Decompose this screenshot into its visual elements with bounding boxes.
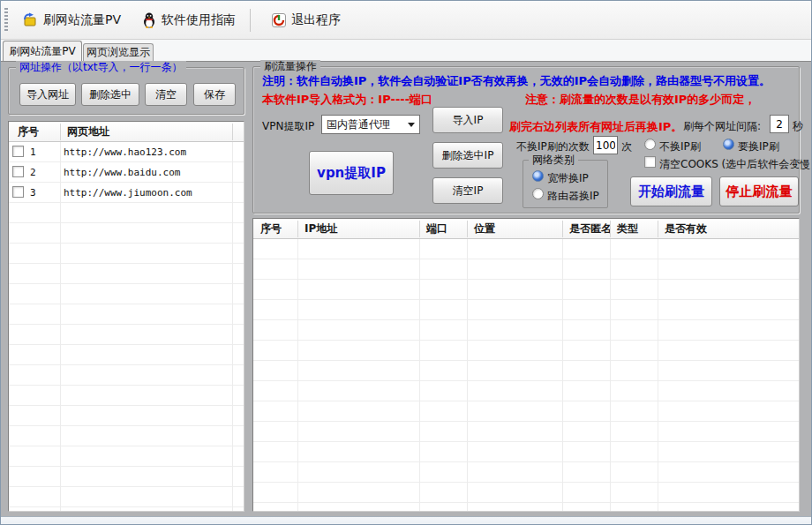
delete-selected-ip-button[interactable]: 删除选中IP <box>432 142 503 169</box>
ip-table-header-type: 类型 <box>610 219 658 239</box>
column-gridline <box>297 239 298 511</box>
url-table: 序号 网页地址 1 http://www.hao123.com 2 http:/… <box>8 121 244 512</box>
network-type-group: 网络类别 宽带换IP 路由器换IP <box>523 160 608 208</box>
vpn-extract-ip-button[interactable]: vpn提取IP <box>309 151 394 195</box>
row-url: http://www.baidu.com <box>64 162 180 183</box>
import-urls-button[interactable]: 导入网址 <box>19 83 76 106</box>
ip-table-header-port: 端口 <box>419 219 467 239</box>
stop-traffic-button[interactable]: 停止刷流量 <box>719 176 799 206</box>
url-table-row[interactable]: 3 http://www.jiumoon.com <box>9 183 244 203</box>
tab-bar: 刷网站流量PV 网页浏览显示 <box>1 40 811 61</box>
toolbar-item-label: 退出程序 <box>291 12 341 28</box>
delete-selected-urls-button[interactable]: 删除选中 <box>81 83 139 106</box>
row-url: http://www.hao123.com <box>64 142 186 162</box>
toolbar-item-guide[interactable]: 软件使用指南 <box>135 9 243 32</box>
ip-table: 序号 IP地址 端口 位置 是否匿名 类型 是否有效 <box>252 218 800 512</box>
no-switch-times-label: 不换IP刷的次数 <box>516 139 590 154</box>
ip-table-header: 序号 IP地址 端口 位置 是否匿名 类型 是否有效 <box>253 219 799 239</box>
penguin-guide-icon <box>142 12 156 28</box>
interval-unit: 秒 <box>793 119 803 134</box>
clear-cooks-label[interactable]: 清空COOKS (选中后软件会变慢) <box>659 157 812 172</box>
interval-label: 刷每个网址间隔: <box>683 119 761 134</box>
no-switch-times-unit: 次 <box>621 139 632 154</box>
note-traffic-count: 注意：刷流量的次数是以有效IP的多少而定， <box>525 92 756 108</box>
clear-ip-button[interactable]: 清空IP <box>432 177 503 204</box>
toolbar: 刷网站流量PV 软件使用指南 <box>1 1 811 40</box>
radio-no-switch-ip-label[interactable]: 不换IP刷 <box>659 139 701 154</box>
vpn-extract-ip-label: VPN提取IP <box>262 119 314 134</box>
url-table-row[interactable]: 1 http://www.hao123.com <box>9 142 244 162</box>
radio-router-label[interactable]: 路由器换IP <box>547 189 599 204</box>
url-table-header-index: 序号 <box>11 122 60 142</box>
radio-switch-ip-label[interactable]: 要换IP刷 <box>738 139 779 154</box>
proxy-type-select[interactable]: 国内普通代理 <box>321 115 420 134</box>
url-table-header: 序号 网页地址 <box>9 122 244 142</box>
no-switch-times-input[interactable] <box>593 136 618 154</box>
chevron-down-icon <box>408 123 415 127</box>
column-gridline <box>467 239 468 511</box>
column-gridline <box>610 239 611 511</box>
network-type-group-title: 网络类别 <box>529 154 578 166</box>
ip-table-header-valid: 是否有效 <box>658 219 799 239</box>
ip-table-header-ip: IP地址 <box>297 219 419 239</box>
save-urls-button[interactable]: 保存 <box>193 83 236 106</box>
clear-cooks-checkbox[interactable] <box>644 156 656 168</box>
url-table-header-address: 网页地址 <box>60 122 232 142</box>
radio-broadband-switch-ip[interactable] <box>532 170 544 182</box>
clear-urls-button[interactable]: 清空 <box>145 83 187 106</box>
proxy-type-selected-value: 国内普通代理 <box>327 117 390 132</box>
toolbar-item-label: 刷网站流量PV <box>43 12 121 28</box>
column-separator[interactable] <box>232 124 233 140</box>
exit-icon <box>272 13 286 27</box>
toolbar-item-label: 软件使用指南 <box>162 12 236 28</box>
row-checkbox[interactable] <box>12 146 24 157</box>
radio-router-switch-ip[interactable] <box>532 188 544 199</box>
tab-label: 刷网站流量PV <box>9 44 75 59</box>
column-gridline <box>419 239 420 511</box>
row-checkbox[interactable] <box>12 166 24 177</box>
traffic-refresh-icon <box>22 12 38 27</box>
column-gridline <box>562 239 563 511</box>
toolbar-item-traffic[interactable]: 刷网站流量PV <box>15 9 128 32</box>
ip-table-header-location: 位置 <box>467 219 562 239</box>
url-table-row[interactable]: 2 http://www.baidu.com <box>9 162 244 183</box>
app-window: 刷网站流量PV 软件使用指南 <box>0 0 812 525</box>
row-checkbox[interactable] <box>12 186 24 198</box>
import-ip-button[interactable]: 导入IP <box>432 107 503 133</box>
ip-table-body <box>253 239 799 511</box>
traffic-operations-group-title: 刷流量操作 <box>260 60 320 72</box>
ip-table-header-index: 序号 <box>253 219 297 239</box>
start-traffic-button[interactable]: 开始刷流量 <box>630 176 712 206</box>
row-url: http://www.jiumoon.com <box>64 183 192 203</box>
note-ip-import-format: 本软件IP导入格式为：IP----端口 <box>262 92 432 108</box>
interval-input[interactable] <box>770 115 789 133</box>
radio-switch-ip[interactable] <box>723 139 734 150</box>
radio-broadband-label[interactable]: 宽带换IP <box>547 171 589 186</box>
status-bar <box>1 516 811 525</box>
column-gridline <box>658 239 658 511</box>
tab-web-view[interactable]: 网页浏览显示 <box>83 43 154 61</box>
url-operations-group: 网址操作（以txt导入，一行一条） 导入网址 删除选中 清空 保存 <box>8 67 244 115</box>
main-content: 网址操作（以txt导入，一行一条） 导入网址 删除选中 清空 保存 序号 网页地… <box>1 61 811 516</box>
ip-table-header-anonymous: 是否匿名 <box>562 219 610 239</box>
tab-traffic-pv[interactable]: 刷网站流量PV <box>3 41 82 61</box>
toolbar-gripper[interactable] <box>4 8 8 33</box>
row-index: 3 <box>30 183 36 203</box>
traffic-operations-group: 刷流量操作 注明：软件自动换IP，软件会自动验证IP否有效再换，无效的IP会自动… <box>252 66 800 214</box>
url-operations-group-title: 网址操作（以txt导入，一行一条） <box>16 61 186 73</box>
note-switch-after-list: 刷完右边列表所有网址后再换IP。 <box>509 119 682 135</box>
toolbar-separator <box>250 9 251 32</box>
toolbar-item-exit[interactable]: 退出程序 <box>265 9 348 32</box>
url-table-body: 1 http://www.hao123.com 2 http://www.bai… <box>9 142 244 511</box>
tab-label: 网页浏览显示 <box>86 45 150 60</box>
radio-no-switch-ip[interactable] <box>644 139 656 150</box>
row-index: 1 <box>30 142 36 162</box>
row-index: 2 <box>30 162 36 183</box>
note-auto-ip-switch: 注明：软件自动换IP，软件会自动验证IP否有效再换，无效的IP会自动删除，路由器… <box>262 73 771 89</box>
